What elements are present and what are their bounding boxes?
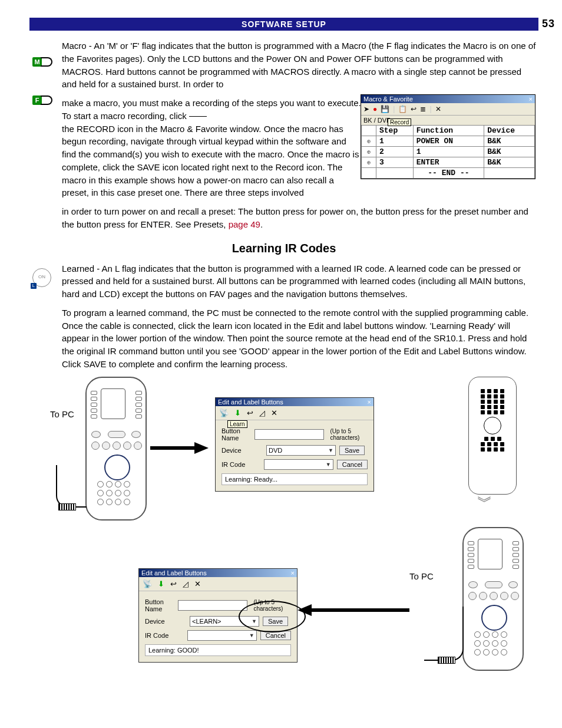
tool-icon[interactable]: ◿ (183, 579, 189, 588)
sr-remote-bottom (462, 527, 524, 671)
arrow-right-icon (194, 442, 209, 454)
cable-plug-icon (58, 503, 76, 510)
button-name-input[interactable] (254, 429, 324, 440)
record-icon[interactable]: ● (373, 105, 377, 113)
page-49-link[interactable]: page 49 (229, 219, 260, 229)
learn-icon[interactable]: 📡 (143, 579, 152, 588)
cancel-button[interactable]: Cancel (337, 460, 368, 469)
save-icon[interactable]: 💾 (381, 105, 389, 113)
learn-icon[interactable]: 📡 (219, 409, 229, 417)
record-tooltip: Record (388, 118, 411, 126)
ircode-select[interactable]: ▼ (264, 459, 333, 470)
list-icon[interactable]: ≣ (420, 105, 426, 113)
ircode-select[interactable]: ▼ (187, 630, 257, 641)
paste-icon[interactable]: ↩ (411, 105, 416, 113)
chevron-down-icon: ▼ (249, 633, 254, 638)
table-row: ⊕21B&K (362, 147, 535, 157)
table-row: -- END -- (362, 168, 535, 179)
edit-window-ready: Edit and Label Buttons× 📡 ⬇ ↩ ◿ ✕ Learn … (215, 397, 374, 492)
macro-favorite-window: Macro & Favorite × ➤ ● 💾 | 📋 ↩ ≣ | ✕ Rec… (361, 94, 535, 179)
close-icon[interactable]: × (291, 569, 295, 577)
header-bar: SOFTWARE SETUP 53 (29, 18, 538, 31)
delete-icon[interactable]: ✕ (435, 105, 441, 113)
learned-paragraph-2: To program a learned command, the PC mus… (62, 307, 538, 371)
ir-waves-icon: ︾ (477, 492, 490, 512)
sr-remote-top (85, 377, 147, 521)
chevron-down-icon: ▼ (328, 447, 333, 453)
macro-window-titlebar: Macro & Favorite × (361, 95, 535, 103)
device-select[interactable]: DVD▼ (266, 445, 336, 456)
tool-icon[interactable]: ◿ (259, 409, 265, 417)
macro-paragraph-1: Macro - An 'M' or 'F' flag indicates tha… (62, 39, 538, 91)
to-pc-label-top: To PC (50, 409, 74, 419)
pointer-icon[interactable]: ➤ (363, 105, 369, 113)
macro-paragraph-2b: the RECORD icon in the Macro & Favorite … (62, 124, 359, 198)
macro-paragraph-3: in order to turn power on and recall a p… (62, 205, 538, 231)
learning-status: Learning: GOOD! (145, 644, 291, 656)
delete-icon[interactable]: ✕ (194, 579, 201, 588)
macro-window-toolbar: ➤ ● 💾 | 📋 ↩ ≣ | ✕ (361, 103, 535, 116)
learn-tooltip: Learn (227, 420, 247, 428)
learned-on-icon: ON (32, 268, 51, 287)
header-title: SOFTWARE SETUP (242, 19, 326, 29)
button-name-input[interactable] (178, 600, 247, 611)
chevron-down-icon: ▼ (326, 462, 331, 467)
m-flag-icon: M (32, 56, 56, 71)
table-row: ⊕3ENTERB&K (362, 157, 535, 168)
callout-line-icon (189, 116, 207, 117)
page-number: 53 (542, 18, 555, 30)
cable-plug-icon (438, 657, 455, 664)
macro-steps-table: Step Function Device ⊕1POWER ONB&K ⊕21B&… (361, 125, 535, 179)
section-title-learning: Learning IR Codes (29, 242, 538, 255)
close-icon[interactable]: × (368, 398, 371, 406)
tool-icon[interactable]: ↩ (170, 579, 177, 588)
learning-status: Learning: Ready... (222, 473, 368, 485)
delete-icon[interactable]: ✕ (271, 409, 277, 417)
copy-icon[interactable]: 📋 (398, 105, 407, 113)
macro-paragraph-2a: make a macro, you must make a recording … (62, 98, 361, 121)
tool-icon[interactable]: ↩ (247, 409, 253, 417)
source-remote-top (468, 377, 517, 495)
highlight-circle-icon (239, 601, 306, 633)
table-row: ⊕1POWER ONB&K (362, 136, 535, 147)
tool-icon[interactable]: ⬇ (158, 579, 164, 588)
close-icon[interactable]: × (529, 95, 533, 103)
to-pc-label-bottom: To PC (409, 571, 434, 581)
tool-icon[interactable]: ⬇ (234, 409, 241, 417)
save-button[interactable]: Save (339, 446, 365, 455)
learning-diagram: To PC Edit and Label Buttons× 📡 ⬇ ↩ ◿ ✕ … (62, 377, 538, 689)
learned-paragraph-1: Learned - An L flag indicates that the b… (62, 262, 538, 301)
f-flag-icon: F (32, 94, 56, 109)
